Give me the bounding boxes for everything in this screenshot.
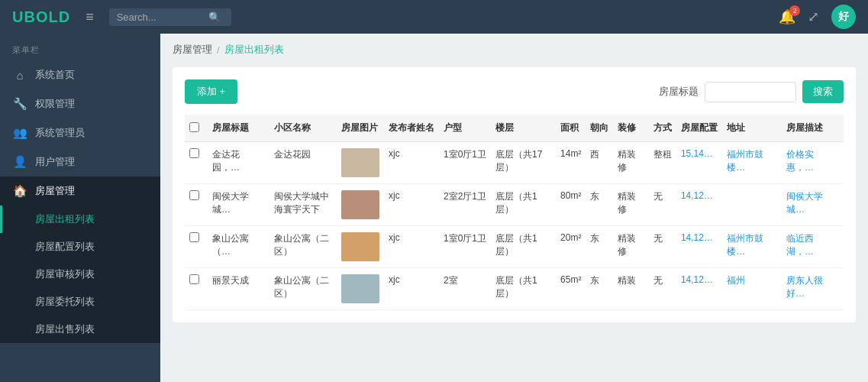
avatar[interactable]: 好 xyxy=(831,5,856,29)
breadcrumb-parent: 房屋管理 xyxy=(173,43,212,57)
row-checkbox-cell xyxy=(185,226,208,268)
row-title: 丽景天成 xyxy=(208,268,269,310)
row-address xyxy=(722,184,782,226)
topbar: UBOLD ≡ 🔍 🔔 2 ⤢ 好 xyxy=(0,0,868,34)
sidebar-item-house[interactable]: 🏠 房屋管理 xyxy=(0,176,160,206)
content-area: 房屋管理 / 房屋出租列表 添加 + 房屋标题 搜索 房屋标题 小区名称 xyxy=(160,34,868,382)
row-config: 15,14… xyxy=(676,142,722,184)
row-desc: 闽侯大学城… xyxy=(782,184,844,226)
fullscreen-icon[interactable]: ⤢ xyxy=(808,8,819,25)
user-icon: 👤 xyxy=(12,155,27,169)
row-image xyxy=(337,268,384,310)
sidebar-item-label: 用户管理 xyxy=(35,155,75,169)
row-title: 金达花园，… xyxy=(208,142,269,184)
sidebar-sub-menu: 房屋出租列表 房屋配置列表 房屋审核列表 房屋委托列表 房屋出售列表 xyxy=(0,206,160,343)
table-header-row: 房屋标题 小区名称 房屋图片 发布者姓名 户型 楼层 面积 朝向 装修 方式 房… xyxy=(185,115,844,142)
sidebar-item-sysadmin[interactable]: 👥 系统管理员 xyxy=(0,118,160,147)
col-title: 房屋标题 xyxy=(208,115,269,142)
row-address: 福州市鼓楼… xyxy=(722,142,782,184)
col-checkbox xyxy=(185,115,208,142)
search-input[interactable] xyxy=(117,11,208,23)
sidebar-sub-item-entrust-list[interactable]: 房屋委托列表 xyxy=(0,288,160,316)
row-checkbox[interactable] xyxy=(189,148,199,158)
col-method: 方式 xyxy=(649,115,676,142)
row-config: 14,12… xyxy=(676,268,722,310)
row-checkbox-cell xyxy=(185,268,208,310)
col-publisher: 发布者姓名 xyxy=(384,115,439,142)
home-icon: ⌂ xyxy=(12,69,27,82)
sidebar-section-label: 菜单栏 xyxy=(0,34,160,60)
row-direction: 东 xyxy=(586,184,613,226)
row-config: 14,12… xyxy=(676,226,722,268)
row-community: 闽侯大学城中海寰宇天下 xyxy=(269,184,337,226)
row-decoration: 精装 xyxy=(613,268,649,310)
row-room-type: 1室0厅1卫 xyxy=(439,226,491,268)
filter-input[interactable] xyxy=(705,82,796,102)
row-community: 金达花园 xyxy=(269,142,337,184)
row-checkbox[interactable] xyxy=(189,274,199,284)
row-checkbox-cell xyxy=(185,142,208,184)
row-desc: 临近西湖，… xyxy=(782,226,844,268)
sidebar-sub-item-review-list[interactable]: 房屋审核列表 xyxy=(0,261,160,288)
row-title: 象山公寓（… xyxy=(208,226,269,268)
search-box: 🔍 xyxy=(109,8,231,26)
breadcrumb-sep: / xyxy=(217,44,220,56)
menu-toggle-icon[interactable]: ≡ xyxy=(86,9,94,25)
sidebar-item-home[interactable]: ⌂ 系统首页 xyxy=(0,60,160,89)
row-decoration: 精装修 xyxy=(613,226,649,268)
search-icon: 🔍 xyxy=(208,11,221,23)
col-image: 房屋图片 xyxy=(337,115,384,142)
row-area: 80m² xyxy=(556,184,586,226)
row-method: 无 xyxy=(649,184,676,226)
row-address: 福州 xyxy=(722,268,782,310)
filter-label: 房屋标题 xyxy=(659,85,699,99)
group-icon: 👥 xyxy=(12,126,27,140)
row-area: 14m² xyxy=(556,142,586,184)
topbar-right: 🔔 2 ⤢ 好 xyxy=(779,5,856,29)
sidebar: 菜单栏 ⌂ 系统首页 🔧 权限管理 👥 系统管理员 👤 用户管理 🏠 房屋管理 … xyxy=(0,34,160,382)
sidebar-item-label: 权限管理 xyxy=(35,97,75,111)
breadcrumb: 房屋管理 / 房屋出租列表 xyxy=(173,43,856,57)
row-checkbox[interactable] xyxy=(189,190,199,200)
col-area: 面积 xyxy=(556,115,586,142)
row-image xyxy=(337,142,384,184)
row-decoration: 精装修 xyxy=(613,142,649,184)
search-button[interactable]: 搜索 xyxy=(802,80,844,103)
toolbar: 添加 + 房屋标题 搜索 xyxy=(185,79,844,104)
main-layout: 菜单栏 ⌂ 系统首页 🔧 权限管理 👥 系统管理员 👤 用户管理 🏠 房屋管理 … xyxy=(0,34,868,382)
wrench-icon: 🔧 xyxy=(12,97,27,111)
row-room-type: 1室0厅1卫 xyxy=(439,142,491,184)
row-publisher: xjc xyxy=(384,184,439,226)
select-all-checkbox[interactable] xyxy=(189,122,199,132)
col-address: 地址 xyxy=(722,115,782,142)
table-row: 金达花园，… 金达花园 xjc 1室0厅1卫 底层（共17层） 14m² 西 精… xyxy=(185,142,844,184)
row-desc: 价格实惠，… xyxy=(782,142,844,184)
col-community: 小区名称 xyxy=(269,115,337,142)
row-publisher: xjc xyxy=(384,268,439,310)
col-room-type: 户型 xyxy=(439,115,491,142)
sidebar-sub-item-sale-list[interactable]: 房屋出售列表 xyxy=(0,316,160,343)
row-method: 无 xyxy=(649,268,676,310)
sidebar-item-user[interactable]: 👤 用户管理 xyxy=(0,147,160,176)
row-checkbox[interactable] xyxy=(189,232,199,242)
sidebar-sub-item-rental-list[interactable]: 房屋出租列表 xyxy=(0,206,160,233)
breadcrumb-current: 房屋出租列表 xyxy=(224,43,284,57)
add-button[interactable]: 添加 + xyxy=(185,79,237,104)
house-icon: 🏠 xyxy=(12,184,27,198)
main-card: 添加 + 房屋标题 搜索 房屋标题 小区名称 房屋图片 发布者姓名 户型 xyxy=(173,67,856,322)
sidebar-item-label: 系统首页 xyxy=(35,68,75,82)
row-decoration: 精装修 xyxy=(613,184,649,226)
col-config: 房屋配置 xyxy=(676,115,722,142)
row-desc: 房东人很好… xyxy=(782,268,844,310)
row-image xyxy=(337,226,384,268)
house-table: 房屋标题 小区名称 房屋图片 发布者姓名 户型 楼层 面积 朝向 装修 方式 房… xyxy=(185,115,844,310)
row-room-type: 2室2厅1卫 xyxy=(439,184,491,226)
row-floor: 底层（共1层） xyxy=(491,268,556,310)
row-direction: 西 xyxy=(586,142,613,184)
sidebar-sub-item-config-list[interactable]: 房屋配置列表 xyxy=(0,233,160,261)
row-title: 闽侯大学城… xyxy=(208,184,269,226)
col-floor: 楼层 xyxy=(491,115,556,142)
notification-bell[interactable]: 🔔 2 xyxy=(779,8,795,25)
row-area: 20m² xyxy=(556,226,586,268)
sidebar-item-auth[interactable]: 🔧 权限管理 xyxy=(0,89,160,118)
